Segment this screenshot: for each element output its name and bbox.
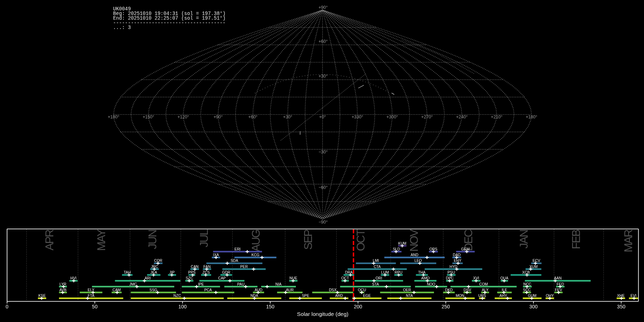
svg-text:LUM: LUM	[381, 270, 389, 274]
svg-text:EVI: EVI	[630, 294, 636, 298]
svg-text:−90°: −90°	[318, 220, 328, 225]
svg-text:THA: THA	[418, 270, 426, 274]
svg-text:FED: FED	[557, 282, 564, 286]
svg-text:+60°: +60°	[318, 39, 328, 44]
svg-text:CAM: CAM	[113, 288, 121, 292]
svg-text:JEA: JEA	[150, 270, 157, 274]
svg-text:DAD: DAD	[453, 253, 461, 257]
svg-text:ZCS: ZCS	[203, 270, 210, 274]
svg-text:NUE: NUE	[289, 276, 297, 280]
svg-text:+270°: +270°	[421, 114, 433, 119]
svg-text:+60°: +60°	[248, 114, 258, 119]
svg-text:IXA: IXA	[213, 253, 219, 257]
svg-text:+300°: +300°	[386, 114, 398, 119]
svg-text:CTA: CTA	[374, 265, 381, 269]
svg-text:300: 300	[529, 304, 538, 309]
svg-text:QUA: QUA	[501, 276, 508, 280]
svg-text:+180°: +180°	[108, 114, 119, 119]
svg-text:EGE: EGE	[363, 294, 371, 298]
svg-text:AND: AND	[411, 253, 419, 257]
svg-text:+240°: +240°	[456, 114, 468, 119]
svg-text:+180°: +180°	[526, 114, 537, 119]
svg-text:JUN: JUN	[146, 230, 159, 249]
svg-text:CAP: CAP	[218, 276, 226, 280]
svg-text:PSU: PSU	[448, 270, 455, 274]
svg-text:250: 250	[441, 304, 450, 309]
svg-text:XHE: XHE	[617, 294, 625, 298]
svg-text:OCU: OCU	[358, 288, 366, 292]
svg-text:ILE: ILE	[502, 288, 507, 292]
svg-text:AUG: AUG	[249, 230, 262, 252]
svg-text:COR: COR	[154, 259, 162, 263]
svg-text:GDR: GDR	[222, 270, 230, 274]
svg-text:STA: STA	[372, 282, 379, 286]
svg-text:NDA: NDA	[250, 294, 258, 298]
svg-text:DPC: DPC	[446, 276, 454, 280]
svg-text:FEB: FEB	[570, 229, 582, 249]
svg-text:PCA: PCA	[204, 288, 212, 292]
svg-text:DRA: DRA	[345, 270, 353, 274]
svg-text:NCC: NCC	[523, 282, 532, 286]
svg-text:SLD: SLD	[393, 247, 400, 251]
svg-text:JRC: JRC	[151, 265, 158, 269]
svg-text:SPE: SPE	[302, 294, 309, 298]
svg-text:EHY: EHY	[454, 259, 461, 263]
svg-text:DSX: DSX	[329, 288, 336, 292]
svg-text:DKD: DKD	[445, 288, 453, 292]
svg-text:JUL: JUL	[197, 229, 210, 247]
svg-text:ARD: ARD	[335, 294, 343, 298]
svg-text:NZC: NZC	[174, 294, 181, 298]
svg-text:+90°: +90°	[318, 5, 328, 10]
svg-text:JMC: JMC	[130, 282, 137, 286]
svg-text:KCG: KCG	[252, 253, 259, 257]
svg-text:200: 200	[354, 304, 362, 309]
svg-text:AVB: AVB	[59, 288, 67, 292]
svg-text:XCB: XCB	[522, 270, 530, 274]
svg-text:OCT: OCT	[341, 276, 349, 280]
svg-text:HYD: HYD	[450, 265, 458, 269]
svg-text:KUM: KUM	[398, 241, 406, 245]
svg-text:DSV: DSV	[464, 288, 471, 292]
svg-text:SSG: SSG	[150, 288, 157, 292]
svg-text:TAH: TAH	[124, 270, 131, 274]
svg-text:PAU: PAU	[237, 282, 244, 286]
svg-text:+30°: +30°	[283, 114, 292, 119]
svg-text:SZC: SZC	[186, 276, 193, 280]
svg-text:SEP: SEP	[302, 229, 314, 250]
svg-text:+150°: +150°	[143, 114, 154, 119]
svg-text:LEO: LEO	[414, 259, 422, 263]
svg-text:AUD: AUD	[255, 288, 263, 292]
svg-text:RPU: RPU	[395, 270, 402, 274]
svg-text:AHY: AHY	[499, 294, 507, 298]
svg-text:FEV: FEV	[555, 288, 562, 292]
svg-text:ORS: ORS	[429, 247, 437, 251]
svg-text:Solar longitude (deg): Solar longitude (deg)	[297, 311, 348, 317]
svg-text:+0°: +0°	[319, 114, 326, 119]
svg-text:COM: COM	[479, 282, 488, 286]
svg-text:NIA: NIA	[275, 282, 282, 286]
svg-text:OER: OER	[403, 288, 411, 292]
svg-text:MON: MON	[456, 294, 464, 298]
svg-text:NOV: NOV	[408, 229, 420, 252]
svg-text:GEM: GEM	[461, 247, 469, 251]
svg-text:100: 100	[179, 304, 187, 309]
svg-text:−60°: −60°	[318, 185, 328, 190]
svg-text:AUR: AUR	[286, 288, 294, 292]
svg-text:HVI: HVI	[70, 276, 77, 280]
svg-text:ERI: ERI	[234, 247, 240, 251]
svg-text:NTA: NTA	[406, 294, 413, 298]
svg-text:FTA: FTA	[88, 294, 94, 298]
svg-text:PPS: PPS	[188, 270, 196, 274]
svg-text:XUM: XUM	[530, 265, 538, 269]
svg-text:ELY: ELY	[88, 288, 94, 292]
svg-text:SCC: SCC	[523, 288, 531, 292]
svg-text:ORI: ORI	[376, 276, 382, 280]
svg-text:URS: URS	[478, 294, 486, 298]
svg-text:NOO: NOO	[427, 282, 435, 286]
svg-text:OCT: OCT	[354, 229, 367, 251]
svg-text:IPE: IPE	[198, 282, 204, 286]
svg-text:50: 50	[92, 304, 98, 309]
svg-text:SDA: SDA	[231, 259, 238, 263]
svg-text:MAY: MAY	[95, 229, 108, 251]
svg-text:AMO: AMO	[421, 276, 429, 280]
